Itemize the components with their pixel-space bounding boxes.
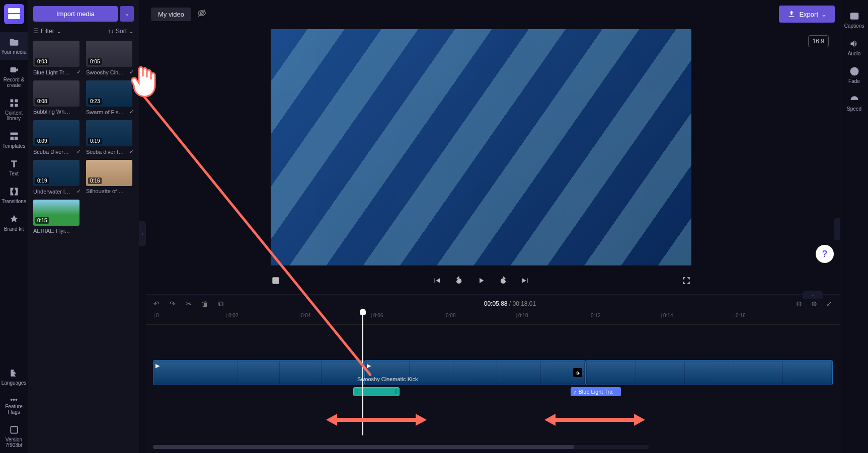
media-thumb: 0:15 bbox=[33, 200, 80, 226]
svg-rect-3 bbox=[10, 104, 13, 107]
media-duration: 0:23 bbox=[88, 98, 102, 105]
redo-button[interactable]: ↷ bbox=[168, 300, 177, 308]
svg-rect-6 bbox=[10, 137, 14, 140]
rail-templates[interactable]: Templates bbox=[0, 126, 28, 154]
version-icon bbox=[9, 425, 19, 435]
media-duration: 0:16 bbox=[88, 177, 102, 184]
media-item[interactable]: 0:16Silhouette of be... bbox=[86, 160, 134, 195]
split-button[interactable]: ✂ bbox=[184, 300, 193, 308]
scrollbar-thumb[interactable] bbox=[153, 445, 574, 449]
aspect-ratio-button[interactable]: 16:9 bbox=[808, 35, 829, 47]
rail-your-media[interactable]: Your media bbox=[0, 32, 28, 60]
rail-fade[interactable]: Fade bbox=[840, 61, 869, 89]
filter-button[interactable]: ☰Filter ⌄ bbox=[33, 28, 61, 35]
rail-transitions[interactable]: Transitions bbox=[0, 182, 28, 209]
rail-label: Templates bbox=[3, 143, 26, 149]
svg-rect-0 bbox=[10, 67, 16, 72]
sort-label: Sort bbox=[116, 28, 127, 35]
media-thumb: 0:03 bbox=[33, 41, 80, 67]
crop-icon[interactable] bbox=[271, 276, 281, 286]
media-duration: 0:03 bbox=[35, 58, 49, 65]
filter-label: Filter bbox=[41, 28, 54, 35]
ruler-tick: 0:14 bbox=[661, 313, 673, 318]
media-name: Underwater la... bbox=[33, 189, 71, 195]
media-item[interactable]: 0:03Blue Light Tra...✓ bbox=[33, 41, 81, 75]
timeline-ruler[interactable]: 0 0:02 0:04 0:06 0:08 0:10 0:12 0:14 0:1… bbox=[146, 313, 840, 325]
rail-text[interactable]: Text bbox=[0, 154, 28, 182]
speed-icon bbox=[849, 94, 859, 104]
text-icon bbox=[9, 159, 19, 169]
export-button[interactable]: Export ⌄ bbox=[779, 6, 835, 23]
media-thumb: 0:08 bbox=[33, 80, 80, 107]
undo-button[interactable]: ↶ bbox=[152, 300, 161, 308]
rail-brand-kit[interactable]: Brand kit bbox=[0, 209, 28, 237]
rail-speed[interactable]: Speed bbox=[840, 89, 869, 117]
player-controls bbox=[271, 271, 691, 290]
timeline-collapse-button[interactable]: ⌄ bbox=[803, 291, 823, 299]
collapse-right-button[interactable] bbox=[834, 218, 840, 240]
media-duration: 0:05 bbox=[88, 58, 102, 65]
media-item[interactable]: 0:19Underwater la...✓ bbox=[33, 160, 81, 195]
rail-captions[interactable]: Captions bbox=[840, 6, 869, 34]
forward-button[interactable] bbox=[498, 276, 508, 286]
skip-next-button[interactable] bbox=[520, 276, 530, 286]
media-item[interactable]: 0:15AERIAL: Flying a... bbox=[33, 200, 81, 234]
help-button[interactable]: ? bbox=[816, 245, 834, 263]
media-item[interactable]: 0:09Scuba Divers ...✓ bbox=[33, 120, 81, 155]
zoom-out-button[interactable]: ⊖ bbox=[795, 300, 804, 308]
media-thumb: 0:16 bbox=[86, 160, 132, 186]
video-preview[interactable] bbox=[271, 29, 691, 265]
fullscreen-button[interactable] bbox=[681, 276, 691, 286]
rail-audio[interactable]: Audio bbox=[840, 34, 869, 61]
rail-languages[interactable]: Languages bbox=[0, 363, 28, 391]
media-item[interactable]: 0:23Swarm of Fish...✓ bbox=[86, 80, 134, 115]
video-clip[interactable]: ▶ bbox=[153, 360, 364, 385]
collapse-panel-button[interactable]: ‹ bbox=[139, 221, 146, 246]
media-duration: 0:15 bbox=[35, 217, 49, 224]
check-icon: ✓ bbox=[76, 69, 81, 75]
visibility-icon[interactable] bbox=[197, 9, 206, 20]
zoom-fit-button[interactable]: ⤢ bbox=[825, 300, 834, 308]
app-logo[interactable] bbox=[4, 4, 24, 24]
captions-icon bbox=[849, 11, 859, 21]
media-duration: 0:19 bbox=[35, 177, 49, 184]
rail-label: Audio bbox=[848, 51, 861, 56]
ruler-tick: 0:08 bbox=[444, 313, 455, 318]
project-title[interactable]: My video bbox=[151, 8, 191, 21]
media-name: Scuba diver float... bbox=[86, 149, 124, 155]
zoom-in-button[interactable]: ⊕ bbox=[810, 300, 819, 308]
media-item[interactable]: 0:19Scuba diver float...✓ bbox=[86, 120, 134, 155]
rail-label: Version 7f903bf bbox=[1, 437, 27, 448]
import-media-dropdown[interactable]: ⌄ bbox=[120, 6, 134, 22]
skip-prev-button[interactable] bbox=[432, 276, 442, 286]
duplicate-button[interactable]: ⧉ bbox=[216, 300, 225, 308]
media-item[interactable]: 0:05Swooshy Cine...✓ bbox=[86, 41, 134, 75]
transition-icon[interactable]: ⬗ bbox=[573, 368, 582, 377]
rail-label: Feature Flags bbox=[1, 404, 27, 415]
audio-clip-label: Swooshy Cinematic Kick bbox=[357, 376, 418, 382]
svg-rect-8 bbox=[11, 426, 17, 433]
rewind-button[interactable] bbox=[454, 276, 464, 286]
timeline-tracks[interactable]: ▶ ▶⬗ Swooshy Cinematic Kick ♪Blue Light … bbox=[146, 325, 840, 435]
play-button[interactable] bbox=[476, 276, 486, 286]
media-item[interactable]: 0:08Bubbling Whoosh bbox=[33, 80, 81, 115]
delete-button[interactable]: 🗑 bbox=[200, 300, 209, 308]
rail-label: Captions bbox=[844, 23, 864, 29]
sort-button[interactable]: ↑↓Sort ⌄ bbox=[108, 28, 134, 35]
playhead[interactable] bbox=[362, 313, 363, 435]
audio-clip[interactable]: ♪Blue Light Tra bbox=[571, 387, 621, 396]
import-media-button[interactable]: Import media bbox=[33, 6, 118, 22]
media-thumb: 0:09 bbox=[33, 120, 80, 146]
brand-icon bbox=[9, 214, 19, 224]
rail-label: Speed bbox=[847, 106, 861, 112]
audio-clip[interactable] bbox=[353, 387, 400, 396]
rail-content-library[interactable]: Content library bbox=[0, 93, 28, 126]
check-icon: ✓ bbox=[129, 148, 134, 155]
timeline: ⌄ ↶ ↷ ✂ 🗑 ⧉ 00:05.88 / 00:18.01 ⊖ ⊕ ⤢ 0 … bbox=[146, 294, 840, 453]
rail-version[interactable]: Version 7f903bf bbox=[0, 420, 28, 453]
svg-rect-7 bbox=[14, 137, 18, 140]
rail-record-create[interactable]: Record & create bbox=[0, 60, 28, 93]
video-clip[interactable] bbox=[586, 360, 833, 385]
rail-feature-flags[interactable]: ••• Feature Flags bbox=[0, 391, 28, 420]
timeline-scrollbar[interactable] bbox=[153, 445, 649, 449]
